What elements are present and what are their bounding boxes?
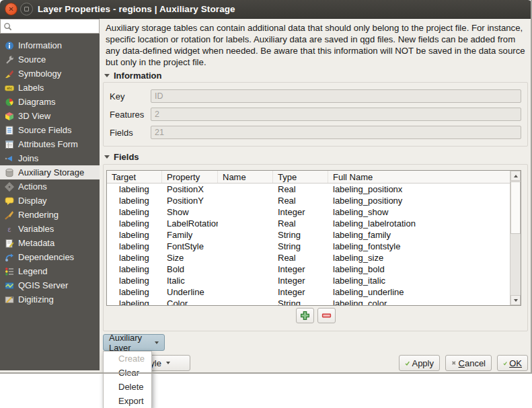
sidebar-item-attributes-form[interactable]: Attributes Form <box>0 137 100 151</box>
cell-full-name: labeling_show <box>328 206 510 218</box>
cancel-button[interactable]: Cancel <box>445 355 492 371</box>
plus-icon <box>300 311 310 321</box>
information-section-header[interactable]: Information <box>104 71 162 81</box>
window-maximize-button[interactable] <box>20 3 33 15</box>
cell-type: Real <box>273 252 328 263</box>
cell-target: labeling <box>107 241 162 252</box>
sidebar-item-label: Joins <box>18 153 38 163</box>
sidebar-item-label: Auxiliary Storage <box>18 167 84 177</box>
table-row[interactable]: labeling FontStyle String labeling_fonts… <box>107 241 510 252</box>
column-header-type[interactable]: Type <box>273 171 328 183</box>
chevron-down-icon <box>155 341 159 344</box>
rendering-icon <box>4 210 14 220</box>
column-header-property[interactable]: Property <box>162 171 218 183</box>
information-icon <box>4 40 14 50</box>
collapse-triangle-icon <box>104 155 110 159</box>
sidebar-item-display[interactable]: Display <box>0 194 100 208</box>
sidebar-item-auxiliary-storage[interactable]: Auxiliary Storage <box>0 165 100 179</box>
column-header-full-name[interactable]: Full Name <box>328 171 521 183</box>
ok-button[interactable]: OK <box>497 355 528 371</box>
cell-name <box>218 275 273 286</box>
qgis-server-icon <box>4 280 14 290</box>
sidebar-item-label: Attributes Form <box>18 139 78 149</box>
cell-full-name: labeling_family <box>328 229 510 241</box>
cell-name <box>218 298 273 306</box>
sidebar-item-information[interactable]: Information <box>0 38 100 52</box>
column-header-target[interactable]: Target <box>107 171 162 183</box>
menu-item-delete[interactable]: Delete <box>104 380 151 394</box>
chevron-down-icon <box>166 362 170 364</box>
scrollbar-thumb[interactable] <box>510 181 521 234</box>
table-row[interactable]: labeling Family String labeling_family <box>107 229 510 241</box>
window-close-button[interactable]: ✕ <box>5 3 17 15</box>
cell-property: Bold <box>162 263 218 275</box>
cell-full-name: labeling_underline <box>328 286 510 298</box>
arrow-up-icon <box>514 175 518 177</box>
sidebar-item-diagrams[interactable]: Diagrams <box>0 95 100 109</box>
table-row[interactable]: labeling PositionY Real labeling_positio… <box>107 195 510 206</box>
sidebar-item-variables[interactable]: ε Variables <box>0 222 100 236</box>
cell-target: labeling <box>107 229 162 241</box>
cell-target: labeling <box>107 298 162 306</box>
table-row[interactable]: labeling Size Real labeling_size <box>107 252 510 263</box>
table-row[interactable]: labeling Italic Integer labeling_italic <box>107 275 510 286</box>
cell-full-name: labeling_positionx <box>328 183 510 195</box>
auxiliary-layer-dropdown-button[interactable]: Auxiliary Layer <box>103 334 165 351</box>
fields-section-header[interactable]: Fields <box>104 152 139 162</box>
sidebar-item-labels[interactable]: abc Labels <box>0 81 100 95</box>
sidebar-search[interactable] <box>0 19 100 34</box>
cell-name <box>218 263 273 275</box>
cell-target: labeling <box>107 286 162 298</box>
scroll-down-button[interactable] <box>510 295 521 305</box>
table-row[interactable]: labeling Show Integer labeling_show <box>107 206 510 218</box>
table-body: labeling PositionX Real labeling_positio… <box>107 183 510 306</box>
minus-icon <box>321 311 332 321</box>
scroll-up-button[interactable] <box>510 171 521 181</box>
sidebar-item-metadata[interactable]: Metadata <box>0 236 100 250</box>
section-title: Information <box>114 71 162 81</box>
table-row[interactable]: labeling LabelRotation Real labeling_lab… <box>107 218 510 229</box>
cell-property: LabelRotation <box>162 218 218 229</box>
section-title: Fields <box>114 152 139 162</box>
table-row[interactable]: labeling Bold Integer labeling_bold <box>107 263 510 275</box>
column-header-name[interactable]: Name <box>218 171 273 183</box>
features-field: 2 <box>151 108 521 121</box>
key-field: ID <box>151 89 521 103</box>
sidebar-item-3d-view[interactable]: 3D View <box>0 109 100 123</box>
sidebar-item-symbology[interactable]: Symbology <box>0 67 100 81</box>
table-row[interactable]: labeling PositionX Real labeling_positio… <box>107 183 510 195</box>
cell-property: Underline <box>162 286 218 298</box>
sidebar-item-source[interactable]: Source <box>0 52 100 67</box>
remove-field-button[interactable] <box>317 308 336 323</box>
cell-full-name: labeling_color <box>328 298 510 306</box>
table-row[interactable]: labeling Color String labeling_color <box>107 298 510 306</box>
sidebar-item-dependencies[interactable]: Dependencies <box>0 250 100 264</box>
add-field-button[interactable] <box>296 308 314 323</box>
menu-item-create: Create <box>104 352 151 366</box>
table-vertical-scrollbar[interactable] <box>510 171 521 305</box>
sidebar-item-legend[interactable]: Legend <box>0 264 100 278</box>
collapse-triangle-icon <box>104 74 110 77</box>
table-header-row: Target Property Name Type Full Name <box>107 171 521 183</box>
labels-icon: abc <box>4 83 14 93</box>
attributes-form-icon <box>4 139 14 149</box>
sidebar-item-qgis-server[interactable]: QGIS Server <box>0 278 100 292</box>
menu-item-clear[interactable]: Clear <box>104 366 151 380</box>
menu-item-export[interactable]: Export <box>104 394 151 408</box>
table-row[interactable]: labeling Underline Integer labeling_unde… <box>107 286 510 298</box>
cell-name <box>218 195 273 206</box>
sidebar-item-source-fields[interactable]: Source Fields <box>0 123 100 137</box>
apply-button[interactable]: Apply <box>399 355 440 371</box>
sidebar-item-actions[interactable]: Actions <box>0 179 100 194</box>
sidebar-item-label: Display <box>18 196 47 206</box>
cell-property: Family <box>162 229 218 241</box>
check-icon <box>503 359 507 368</box>
sidebar-item-joins[interactable]: Joins <box>0 151 100 165</box>
sidebar-item-rendering[interactable]: Rendering <box>0 208 100 222</box>
cell-target: labeling <box>107 195 162 206</box>
cell-type: Integer <box>273 286 328 298</box>
cell-name <box>218 286 273 298</box>
cell-type: Real <box>273 218 328 229</box>
maximize-icon <box>24 7 29 11</box>
sidebar-item-digitizing[interactable]: Digitizing <box>0 292 100 307</box>
